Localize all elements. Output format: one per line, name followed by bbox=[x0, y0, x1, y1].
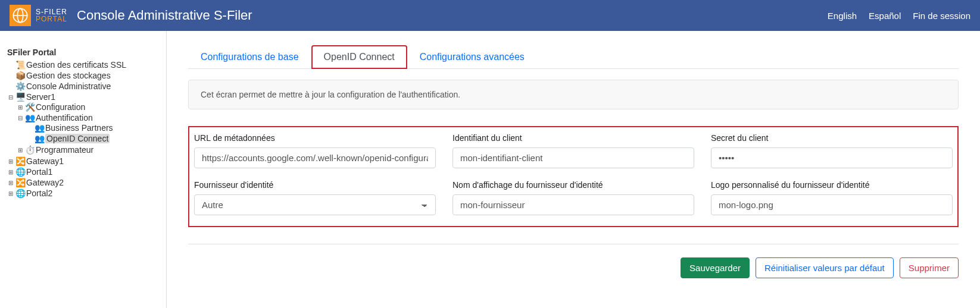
certificate-icon: 📜 bbox=[15, 60, 25, 70]
tree-item-auth[interactable]: ⊟👥Authentification bbox=[17, 113, 160, 122]
logo-icon bbox=[10, 5, 31, 26]
expand-icon[interactable]: ⊞ bbox=[17, 147, 24, 153]
collapse-icon[interactable]: ⊟ bbox=[17, 115, 24, 121]
expand-icon[interactable]: ⊞ bbox=[7, 169, 14, 175]
client-id-label: Identifiant du client bbox=[452, 133, 694, 143]
server-icon: 🖥️ bbox=[15, 92, 25, 102]
app-header: S-FILER PORTAL Console Administrative S-… bbox=[0, 0, 980, 31]
tree-item-configuration[interactable]: ⊞🛠️Configuration bbox=[17, 102, 160, 112]
tree-item-server1[interactable]: ⊟🖥️Server1 bbox=[7, 92, 160, 102]
gateway-icon: 🔀 bbox=[15, 156, 25, 166]
identity-provider-select[interactable]: Autre bbox=[194, 194, 436, 215]
tree-item-portal2[interactable]: ⊞🌐Portal2 bbox=[7, 188, 160, 198]
expand-icon[interactable]: ⊞ bbox=[7, 190, 14, 197]
gear-icon: ⚙️ bbox=[15, 81, 25, 91]
form-container: URL de métadonnées Identifiant du client… bbox=[188, 126, 959, 227]
expand-icon[interactable]: ⊞ bbox=[7, 158, 14, 165]
users-icon: 👥 bbox=[35, 123, 44, 133]
gateway-icon: 🔀 bbox=[15, 178, 25, 187]
tree-item-gateway1[interactable]: ⊞🔀Gateway1 bbox=[7, 156, 160, 166]
tree-item-programmateur[interactable]: ⊞⏱️Programmateur bbox=[17, 145, 160, 155]
logo-text: S-FILER PORTAL bbox=[36, 8, 67, 23]
storage-icon: 📦 bbox=[15, 71, 25, 80]
scheduler-icon: ⏱️ bbox=[25, 145, 35, 155]
sidebar: SFiler Portal 📜Gestion des certificats S… bbox=[0, 31, 167, 308]
tree-item-gateway2[interactable]: ⊞🔀Gateway2 bbox=[7, 178, 160, 187]
collapse-icon[interactable]: ⊟ bbox=[7, 94, 14, 100]
expand-icon[interactable]: ⊞ bbox=[17, 104, 24, 111]
tree-item-stockages[interactable]: 📦Gestion des stockages bbox=[7, 71, 160, 80]
display-name-label: Nom d'affichage du fournisseur d'identit… bbox=[452, 180, 694, 190]
client-id-input[interactable] bbox=[452, 147, 694, 168]
globe-icon: 🌐 bbox=[15, 188, 25, 198]
logout-link[interactable]: Fin de session bbox=[913, 11, 970, 21]
lang-english-link[interactable]: English bbox=[828, 11, 857, 21]
identity-provider-label: Fournisseur d'identité bbox=[194, 180, 436, 190]
users-icon: 👥 bbox=[35, 134, 44, 143]
client-secret-label: Secret du client bbox=[711, 133, 953, 143]
tree-root[interactable]: SFiler Portal bbox=[7, 48, 160, 57]
metadata-url-input[interactable] bbox=[194, 147, 436, 168]
display-name-input[interactable] bbox=[452, 194, 694, 215]
lang-espanol-link[interactable]: Español bbox=[869, 11, 901, 21]
tree-item-certificats[interactable]: 📜Gestion des certificats SSL bbox=[7, 60, 160, 70]
tree-item-openid-connect[interactable]: 👥OpenID Connect bbox=[26, 134, 160, 143]
users-icon: 👥 bbox=[25, 113, 35, 122]
globe-icon: 🌐 bbox=[15, 167, 25, 177]
tree-item-portal1[interactable]: ⊞🌐Portal1 bbox=[7, 167, 160, 177]
tab-openid-connect[interactable]: OpenID Connect bbox=[311, 45, 407, 69]
custom-logo-label: Logo personnalisé du fournisseur d'ident… bbox=[711, 180, 953, 190]
tree-item-console[interactable]: ⚙️Console Administrative bbox=[7, 81, 160, 91]
config-icon: 🛠️ bbox=[25, 102, 35, 112]
tree-item-business-partners[interactable]: 👥Business Partners bbox=[26, 123, 160, 133]
tab-advanced-config[interactable]: Configurations avancées bbox=[407, 45, 537, 68]
save-button[interactable]: Sauvegarder bbox=[681, 257, 750, 278]
expand-icon[interactable]: ⊞ bbox=[7, 180, 14, 186]
button-row: Sauvegarder Réinitialiser valeurs par dé… bbox=[188, 257, 959, 278]
tab-base-config[interactable]: Configurations de base bbox=[188, 45, 311, 68]
reset-button[interactable]: Réinitialiser valeurs par défaut bbox=[756, 257, 894, 278]
metadata-url-label: URL de métadonnées bbox=[194, 133, 436, 143]
info-message: Cet écran permet de mettre à jour la con… bbox=[188, 80, 959, 109]
app-title: Console Administrative S-Filer bbox=[77, 8, 252, 23]
custom-logo-input[interactable] bbox=[711, 194, 953, 215]
divider bbox=[188, 244, 959, 244]
delete-button[interactable]: Supprimer bbox=[900, 257, 959, 278]
client-secret-input[interactable] bbox=[711, 147, 953, 168]
tab-bar: Configurations de base OpenID Connect Co… bbox=[188, 45, 959, 69]
main-content: Configurations de base OpenID Connect Co… bbox=[167, 31, 980, 308]
